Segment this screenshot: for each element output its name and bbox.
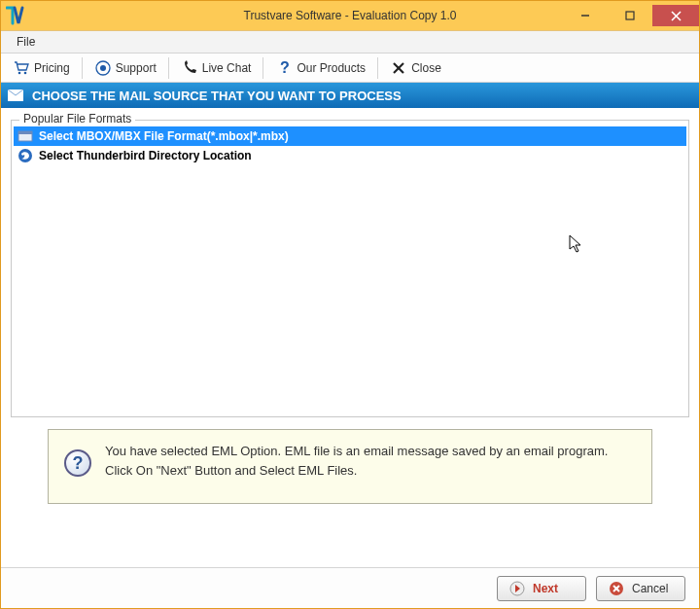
phone-icon bbox=[181, 59, 198, 77]
toolbar-products-label: Our Products bbox=[297, 61, 366, 75]
formats-list[interactable]: Select MBOX/MBX File Format(*.mbox|*.mbx… bbox=[14, 126, 686, 414]
toolbar-products[interactable]: ? Our Products bbox=[267, 56, 373, 80]
file-icon bbox=[18, 128, 33, 144]
maximize-button[interactable] bbox=[608, 5, 652, 26]
toolbar-separator bbox=[262, 57, 263, 79]
cart-icon bbox=[13, 59, 30, 77]
toolbar-support[interactable]: Support bbox=[87, 56, 164, 80]
svg-point-5 bbox=[24, 71, 27, 74]
step-banner: CHOOSE THE MAIL SOURCE THAT YOU WANT TO … bbox=[1, 83, 699, 108]
toolbar-livechat-label: Live Chat bbox=[202, 61, 252, 75]
thunderbird-icon bbox=[18, 148, 33, 163]
cancel-button[interactable]: Cancel bbox=[596, 576, 685, 601]
svg-rect-1 bbox=[626, 12, 634, 19]
cancel-label: Cancel bbox=[632, 582, 668, 595]
option-thunderbird[interactable]: Select Thunderbird Directory Location bbox=[14, 146, 686, 165]
info-panel: ? You have selected EML Option. EML file… bbox=[48, 429, 652, 504]
menu-file[interactable]: File bbox=[7, 32, 45, 52]
option-thunderbird-label: Select Thunderbird Directory Location bbox=[39, 149, 252, 162]
next-button[interactable]: Next bbox=[497, 576, 586, 601]
menubar: File bbox=[1, 30, 699, 54]
footer: Next Cancel bbox=[1, 567, 699, 608]
toolbar-support-label: Support bbox=[116, 61, 157, 75]
window-controls bbox=[563, 5, 699, 26]
app-logo bbox=[3, 2, 30, 29]
svg-point-4 bbox=[18, 71, 21, 74]
headset-icon bbox=[94, 59, 112, 77]
next-arrow-icon bbox=[509, 581, 525, 596]
toolbar-pricing-label: Pricing bbox=[34, 61, 70, 75]
banner-text: CHOOSE THE MAIL SOURCE THAT YOU WANT TO … bbox=[32, 89, 402, 103]
minimize-button[interactable] bbox=[563, 5, 608, 26]
toolbar-close[interactable]: Close bbox=[382, 56, 449, 80]
toolbar-close-label: Close bbox=[411, 61, 441, 75]
mail-icon bbox=[7, 87, 24, 104]
svg-point-7 bbox=[100, 65, 106, 71]
close-window-button[interactable] bbox=[652, 5, 699, 26]
content-area: Popular File Formats Select MBOX/MBX Fil… bbox=[1, 108, 699, 567]
toolbar-livechat[interactable]: Live Chat bbox=[173, 56, 260, 80]
toolbar-pricing[interactable]: Pricing bbox=[5, 56, 78, 80]
question-icon: ? bbox=[275, 59, 293, 77]
svg-text:?: ? bbox=[280, 59, 290, 76]
info-text: You have selected EML Option. EML file i… bbox=[105, 442, 636, 480]
toolbar-separator bbox=[168, 57, 169, 79]
option-mbox-label: Select MBOX/MBX File Format(*.mbox|*.mbx… bbox=[39, 129, 289, 143]
formats-group: Popular File Formats Select MBOX/MBX Fil… bbox=[11, 120, 689, 417]
titlebar[interactable]: Trustvare Software - Evaluation Copy 1.0 bbox=[1, 1, 699, 30]
toolbar-separator bbox=[82, 57, 83, 79]
app-window: Trustvare Software - Evaluation Copy 1.0… bbox=[0, 0, 700, 609]
formats-legend: Popular File Formats bbox=[19, 112, 135, 125]
option-mbox[interactable]: Select MBOX/MBX File Format(*.mbox|*.mbx… bbox=[14, 126, 686, 146]
next-label: Next bbox=[533, 582, 558, 595]
close-icon bbox=[390, 59, 407, 77]
cancel-icon bbox=[609, 581, 624, 596]
toolbar: Pricing Support Live Chat ? Our Products bbox=[1, 54, 699, 83]
info-icon: ? bbox=[64, 449, 91, 477]
svg-rect-13 bbox=[18, 131, 32, 134]
toolbar-separator bbox=[377, 57, 378, 79]
